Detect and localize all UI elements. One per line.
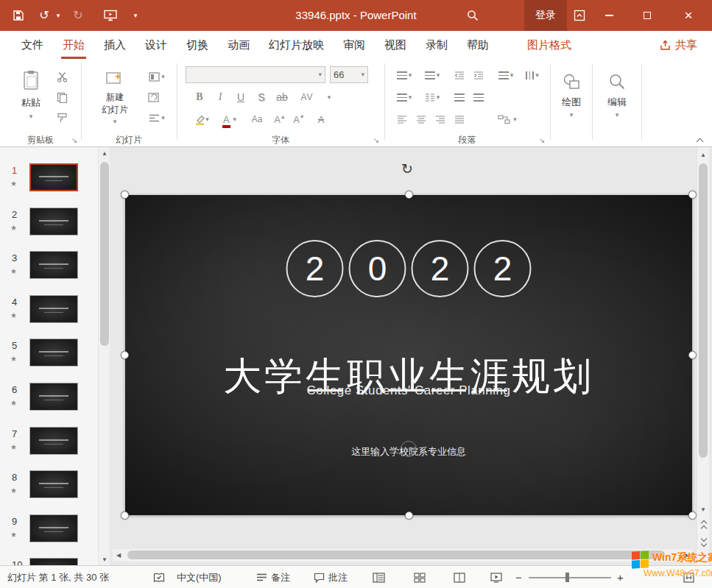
thumbnail-item-8[interactable]: 8 ★ xyxy=(0,469,98,510)
fit-to-window-button[interactable] xyxy=(683,566,694,588)
tab-insert[interactable]: 插入 xyxy=(94,31,135,59)
previous-slide-button[interactable] xyxy=(697,518,710,533)
highlight-color-button[interactable]: ▾ xyxy=(190,110,214,128)
tab-transitions[interactable]: 切换 xyxy=(177,31,218,59)
tab-file[interactable]: 文件 xyxy=(12,31,53,59)
tab-view[interactable]: 视图 xyxy=(375,31,416,59)
line-spacing-button[interactable]: ▾ xyxy=(495,66,517,84)
comments-button[interactable]: 批注 xyxy=(314,566,348,588)
horizontal-scrollbar[interactable]: ◀ ▶ xyxy=(113,549,693,562)
paragraph-spacing-after-button[interactable] xyxy=(470,88,487,106)
zoom-out-button[interactable]: − xyxy=(515,566,522,588)
thumbnail-panel-scrollbar[interactable]: ▲ ▼ xyxy=(98,147,110,565)
slide-thumbnail[interactable] xyxy=(29,208,78,235)
align-text-vertical-button[interactable]: ▾ xyxy=(393,88,415,106)
slide-canvas[interactable]: 2 0 2 2 大学生职业生涯规划 College Students' Care… xyxy=(125,195,692,515)
qat-customize-button[interactable]: ▾ xyxy=(130,0,141,31)
drawing-group-button[interactable]: 绘图 ▾ xyxy=(554,65,589,132)
slide-counter[interactable]: 幻灯片 第 1 张, 共 30 张 xyxy=(7,566,109,588)
tab-home[interactable]: 开始 xyxy=(53,31,94,59)
italic-button[interactable]: I xyxy=(211,88,230,106)
slide-thumbnail[interactable] xyxy=(29,514,78,542)
language-indicator[interactable]: 中文(中国) xyxy=(177,566,222,588)
underline-button[interactable]: U xyxy=(231,88,250,106)
year-digits-group[interactable]: 2 0 2 2 xyxy=(286,240,532,297)
slide-sorter-view-button[interactable] xyxy=(414,566,426,588)
normal-view-button[interactable] xyxy=(373,566,385,588)
paragraph-spacing-before-button[interactable] xyxy=(451,88,468,106)
strikethrough-button[interactable]: ab xyxy=(272,88,292,106)
year-digit-circle[interactable]: 2 xyxy=(286,240,344,297)
notes-button[interactable]: 备注 xyxy=(256,566,290,588)
thumbnail-item-4[interactable]: 4 ★ xyxy=(0,294,98,335)
undo-dropdown[interactable]: ▾ xyxy=(53,0,63,31)
resize-handle-bottom-left[interactable] xyxy=(121,511,129,520)
numbering-button[interactable]: ▾ xyxy=(421,66,443,84)
search-button[interactable] xyxy=(462,0,483,31)
convert-to-smartart-button[interactable]: ▾ xyxy=(492,110,523,128)
resize-handle-top-right[interactable] xyxy=(688,191,697,199)
bold-button[interactable]: B xyxy=(190,88,209,106)
increase-indent-button[interactable] xyxy=(470,66,487,84)
scrollbar-thumb[interactable] xyxy=(100,162,109,346)
text-direction-button[interactable]: ▾ xyxy=(521,66,543,84)
scrollbar-thumb[interactable] xyxy=(127,550,665,559)
new-slide-button[interactable]: 新建 幻灯片 ▾ xyxy=(91,65,138,132)
save-button[interactable] xyxy=(9,0,28,31)
vertical-scrollbar[interactable]: ▲ ▼ xyxy=(697,147,709,549)
thumbnail-item-10[interactable]: 10 xyxy=(0,556,98,565)
resize-handle-top-left[interactable] xyxy=(121,191,129,199)
slide-note-text[interactable]: 这里输入学校院系专业信息 xyxy=(125,445,692,458)
slide-subtitle[interactable]: College Students' Career Planning xyxy=(125,383,692,398)
zoom-in-button[interactable]: + xyxy=(617,566,624,588)
slide-thumbnail[interactable] xyxy=(29,295,78,323)
zoom-slider-thumb[interactable] xyxy=(565,573,569,582)
close-button[interactable]: × xyxy=(670,0,707,31)
year-digit-circle[interactable]: 2 xyxy=(474,240,532,297)
slideshow-view-button[interactable] xyxy=(490,566,502,588)
bullets-button[interactable]: ▾ xyxy=(393,66,415,84)
tab-help[interactable]: 帮助 xyxy=(457,31,498,59)
slide-thumbnail[interactable] xyxy=(29,427,78,455)
login-button[interactable]: 登录 xyxy=(524,0,567,31)
slide-thumbnail[interactable] xyxy=(29,558,78,565)
resize-handle-middle-left[interactable] xyxy=(121,351,129,359)
thumbnail-item-3[interactable]: 3 ★ xyxy=(0,249,98,291)
slide-thumbnail[interactable] xyxy=(29,251,78,279)
format-painter-button[interactable] xyxy=(53,109,71,127)
scroll-right-button[interactable]: ▶ xyxy=(681,549,693,561)
layout-button[interactable]: ▾ xyxy=(144,68,169,85)
align-left-button[interactable] xyxy=(393,110,411,128)
thumbnail-item-5[interactable]: 5 ★ xyxy=(0,337,98,378)
cut-button[interactable] xyxy=(53,68,71,85)
character-spacing-dropdown[interactable]: ▾ xyxy=(320,88,339,106)
minimize-button[interactable] xyxy=(592,0,626,31)
resize-handle-bottom-center[interactable] xyxy=(405,511,413,520)
scroll-up-button[interactable]: ▲ xyxy=(99,147,110,159)
justify-button[interactable] xyxy=(451,110,468,128)
scrollbar-thumb[interactable] xyxy=(699,163,708,458)
resize-handle-middle-right[interactable] xyxy=(688,351,697,359)
paste-button[interactable]: 粘贴 ▾ xyxy=(10,65,52,132)
thumbnail-item-7[interactable]: 7 ★ xyxy=(0,425,98,467)
font-size-select[interactable]: 66 ▾ xyxy=(330,66,368,83)
reset-button[interactable] xyxy=(144,88,162,106)
scroll-down-button[interactable]: ▼ xyxy=(697,503,709,515)
resize-handle-bottom-right[interactable] xyxy=(688,511,697,520)
rotate-handle[interactable]: ↻ xyxy=(401,160,413,177)
decrease-indent-button[interactable] xyxy=(451,66,468,84)
section-button[interactable]: ▾ xyxy=(144,109,169,127)
scroll-down-button[interactable]: ▼ xyxy=(99,553,110,565)
font-dialog-launcher[interactable]: ↘ xyxy=(371,135,381,145)
scroll-up-button[interactable]: ▲ xyxy=(697,149,709,160)
text-shadow-button[interactable]: S xyxy=(252,88,271,106)
tab-record[interactable]: 录制 xyxy=(416,31,457,59)
ribbon-display-options-button[interactable] xyxy=(570,0,589,31)
tab-picture-format[interactable]: 图片格式 xyxy=(518,31,581,59)
columns-button[interactable]: ▾ xyxy=(421,88,443,106)
next-slide-button[interactable] xyxy=(697,534,710,548)
tab-animations[interactable]: 动画 xyxy=(218,31,259,59)
year-digit-circle[interactable]: 2 xyxy=(412,240,469,297)
slide-thumbnail[interactable] xyxy=(29,383,78,411)
scroll-left-button[interactable]: ◀ xyxy=(113,549,124,561)
